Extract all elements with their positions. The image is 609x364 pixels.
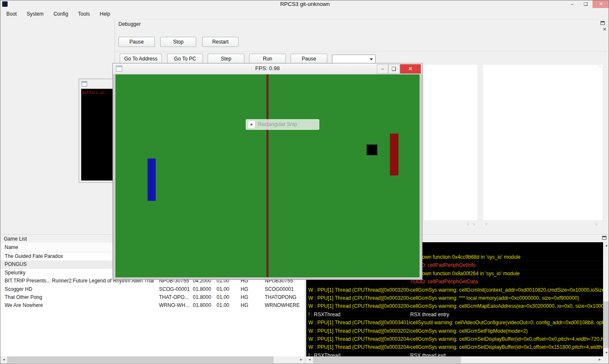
log-hscrollbar[interactable]: ◂ ▸ [306, 356, 603, 363]
game-maximize-button[interactable]: ❑ [388, 64, 400, 74]
debugger-restart-button[interactable]: Restart [202, 37, 239, 47]
minimize-icon: – [571, 1, 573, 6]
chevron-down-icon [370, 58, 373, 60]
log-channel: W : PPU[1] Thread (CPUThread)[0x0003204c… [306, 335, 410, 343]
game-row[interactable]: That Other Pong THAT-OPO... 01.8000 01.0… [0, 293, 304, 301]
log-row: ! : RSXThread RSX thread exit... [306, 352, 603, 356]
game-firmware: 01.8000 [193, 285, 211, 293]
game-category: HG [241, 285, 248, 293]
pong-field: Rectangular Snip [115, 74, 420, 277]
pong-right-paddle [390, 134, 398, 175]
game-firmware: 01.8000 [193, 301, 211, 309]
log-row: W : PPU[1] Thread (CPUThread)[0x00032004… [306, 302, 603, 310]
scroll-up-icon[interactable]: ˇ​ [599, 66, 601, 71]
column-header-name[interactable]: Name [5, 244, 18, 250]
scroll-left-icon[interactable]: ‹ [467, 221, 469, 227]
debugger-registers-pane [424, 64, 478, 221]
log-float-button[interactable] [602, 236, 606, 240]
debugger-pause2-button[interactable]: Pause [291, 54, 327, 64]
log-message: TODO: cellPadPeriphGetData [410, 278, 603, 285]
debugger-separator [115, 52, 609, 52]
pong-left-paddle [148, 159, 156, 201]
game-serial: WRNO-WH... [159, 301, 189, 309]
log-message: cellGcmSys warning: *** local memory(add… [410, 294, 603, 302]
game-firmware: 01.8000 [193, 293, 211, 301]
log-channel: ! : RSXThread [306, 311, 410, 318]
close-button[interactable]: ✕ [593, 0, 609, 8]
game-window-titlebar[interactable]: FPS: 0.98 – ❑ ✕ [113, 63, 422, 74]
scroll-right-icon[interactable]: › [595, 221, 597, 227]
debugger-stop-button[interactable]: Stop [160, 37, 196, 47]
game-id: SCOG00001 [265, 285, 294, 293]
game-serial: THAT-OPO... [159, 293, 189, 301]
log-message: RSX thread entry [410, 311, 603, 318]
game-id: THATOPONG [265, 293, 296, 301]
debugger-pause-button[interactable]: Pause [118, 37, 155, 47]
scroll-right-icon[interactable]: ▸ [596, 356, 603, 363]
scrollbar-thumb[interactable] [313, 356, 461, 363]
log-message: cellGcmSys warning: cellGcmInit(context_… [410, 286, 603, 294]
scroll-up-icon[interactable]: ▴ [603, 242, 609, 249]
log-channel: W : PPU[1] Thread (CPUThread)[0x00032028… [306, 327, 410, 335]
scroll-right-icon[interactable]: › [473, 221, 475, 227]
log-message: Unknown function 0x4cc9b68d in 'sys_io' … [410, 253, 603, 261]
game-window: FPS: 0.98 – ❑ ✕ Rectangular Snip [112, 63, 422, 280]
scrollbar-thumb[interactable] [603, 301, 609, 348]
float-window-icon [602, 236, 606, 240]
log-message: cellGcmSys warning: cellGcmSetDisplayBuf… [410, 335, 603, 343]
menu-system[interactable]: System [22, 10, 48, 18]
console-window-icon [82, 81, 87, 87]
log-message: TODO: cellPadPeriphGetInfo [410, 261, 603, 269]
log-row: W : PPU[1] Thread (CPUThread)[0x0003204c… [306, 335, 603, 343]
step-button[interactable]: Step [208, 54, 244, 64]
log-message: Unknown function 0x8a00f264 in 'sys_io' … [410, 270, 603, 277]
snip-toolbar: Rectangular Snip [246, 119, 319, 130]
game-name: PONGUS [5, 260, 27, 268]
debugger-close-button[interactable]: ✕ [603, 27, 606, 32]
scroll-right-icon[interactable]: ▸ [298, 356, 304, 363]
menu-tools[interactable]: Tools [74, 10, 94, 18]
log-row: W : PPU[1] Thread (CPUThread)[0x00034010… [306, 319, 603, 327]
log-message: RSX thread exit... [410, 352, 603, 356]
scroll-left-icon[interactable]: ◂ [306, 356, 313, 363]
menu-config[interactable]: Config [49, 10, 72, 18]
log-message: cellGcmSys warning: cellGcmSetDisplayBuf… [410, 343, 603, 351]
game-name: We Are Nowhere [5, 301, 43, 309]
game-version: 01.00 [217, 293, 229, 301]
go-to-pc-button[interactable]: Go To PC [167, 54, 203, 64]
snip-mode-button[interactable] [248, 121, 255, 128]
go-to-address-button[interactable]: Go To Address [120, 54, 162, 64]
scrollbar-thumb[interactable] [7, 356, 274, 363]
game-version: 01.00 [217, 301, 229, 309]
window-titlebar[interactable]: RPCS3 git-unknown – ❑ ✕ [0, 0, 609, 8]
log-channel: W : PPU[1] Thread (CPUThread)[0x00032004… [306, 294, 410, 302]
debugger-panel-title: Debugger [118, 21, 141, 27]
log-row: W : PPU[1] Thread (CPUThread)[0x00032028… [306, 327, 603, 335]
maximize-button[interactable]: ❑ [579, 0, 593, 8]
menu-help[interactable]: Help [96, 10, 115, 18]
menu-boot[interactable]: Boot [2, 10, 21, 18]
snip-label: Rectangular Snip [258, 121, 297, 127]
game-name: Scogger HD [5, 285, 32, 293]
scroll-left-icon[interactable]: ◂ [0, 356, 7, 363]
minimize-button[interactable]: – [565, 0, 579, 8]
game-row[interactable]: We Are Nowhere WRNO-WH... 01.8000 01.00 … [0, 301, 304, 309]
game-close-button[interactable]: ✕ [400, 64, 421, 74]
scrollbar-corner [603, 356, 609, 363]
gamelist-hscrollbar[interactable]: ◂ ▸ [0, 356, 304, 363]
log-row: W : PPU[1] Thread (CPUThread)[0x00032004… [306, 286, 603, 294]
scroll-down-icon[interactable]: ▾ [603, 350, 609, 356]
pong-center-line [266, 74, 269, 277]
game-category: HG [241, 301, 248, 309]
game-id: WRNOWHERE [265, 301, 300, 309]
game-row[interactable]: Scogger HD SCOG-00001 01.8000 01.00 HG S… [0, 285, 304, 293]
log-vscrollbar[interactable]: ▴ ▾ [603, 242, 609, 356]
game-list-title: Game List [4, 236, 27, 242]
run-button[interactable]: Run [249, 54, 286, 64]
rpcs3-main-window: RPCS3 git-unknown – ❑ ✕ Boot System Conf… [0, 0, 609, 364]
thread-dropdown[interactable] [332, 55, 376, 63]
game-name: The Guided Fate Paradox [5, 252, 63, 260]
debugger-float-button[interactable] [601, 21, 605, 25]
scroll-left-icon[interactable]: ‹ [486, 221, 487, 227]
game-minimize-button[interactable]: – [377, 64, 388, 74]
